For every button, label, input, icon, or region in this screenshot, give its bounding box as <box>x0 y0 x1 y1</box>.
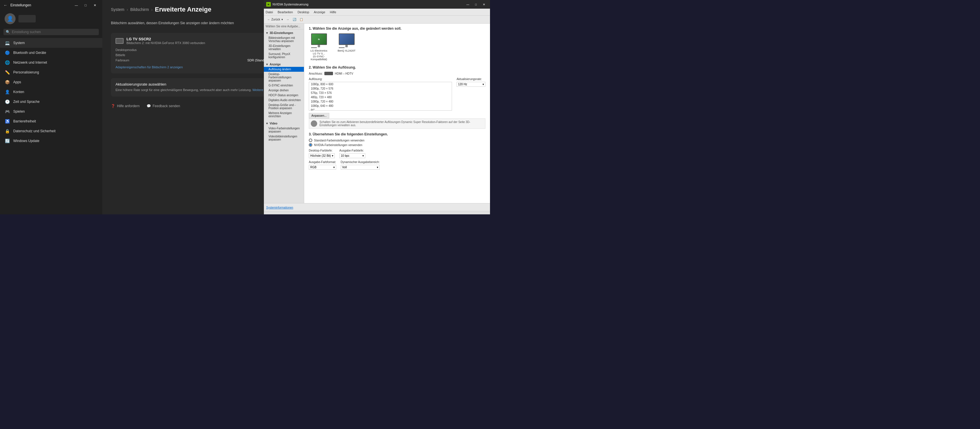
help-icon: ❓ <box>111 104 115 108</box>
res-item[interactable]: 1080p, 720 × 480 <box>309 99 452 104</box>
sidebar-item-privacy[interactable]: 🔒 Datenschutz und Sicherheit <box>0 126 102 136</box>
tree-item-desktop-groesse[interactable]: Desktop-Größe und -Position anpassen <box>264 102 304 111</box>
feedback-label: Feedback senden <box>153 104 180 108</box>
customize-button[interactable]: Anpassen... <box>309 113 329 118</box>
dsr-text: Schalten Sie es zum Aktivieren benutzerd… <box>320 120 484 127</box>
sidebar-item-personalization[interactable]: ✏️ Personalisierung <box>0 67 102 77</box>
nvidia-logo: N <box>266 2 271 6</box>
tree-header-anzeige[interactable]: ▼ Anzeige <box>264 62 304 67</box>
minimize-button[interactable]: — <box>72 2 80 8</box>
nvidia-close-btn[interactable]: ✕ <box>480 2 488 7</box>
sys-info-link[interactable]: Systeminformationen <box>266 206 293 209</box>
monitor-base-1 <box>311 47 317 48</box>
help-link[interactable]: ❓ Hilfe anfordern <box>111 104 140 108</box>
sidebar-item-time[interactable]: 🕐 Zeit und Sprache <box>0 97 102 107</box>
sidebar-item-bluetooth[interactable]: 🔵 Bluetooth und Geräte <box>0 48 102 57</box>
tree-item-video-farbe[interactable]: Video-Farbeinstellungen anpassen <box>264 126 304 134</box>
nav-list: 💻 System 🔵 Bluetooth und Geräte 🌐 Netzwe… <box>0 37 102 214</box>
radio-nvidia[interactable]: NVIDIA-Farbeinstellungen verwenden <box>309 143 485 147</box>
nvidia-body: Wählen Sie eine Aufgabe... ▼ 3D-Einstell… <box>264 24 490 203</box>
menu-hilfe[interactable]: Hilfe <box>330 10 336 14</box>
network-icon: 🌐 <box>5 60 10 65</box>
tree-item-drehen[interactable]: Anzeige drehen <box>264 88 304 93</box>
feedback-link[interactable]: 💬 Feedback senden <box>146 104 180 108</box>
radio-standard[interactable]: Standard-Farbeinstellungen verwenden <box>309 139 485 142</box>
monitor-selection: N LG Electronics LG TV S...(G-SYNC-Kompa… <box>309 33 485 61</box>
output-format-dropdown[interactable]: RGB ▾ <box>309 165 336 170</box>
tree-section-anzeige: ▼ Anzeige Auflösung ändern Desktop-Farbe… <box>264 61 304 120</box>
tree-header-video[interactable]: ▼ Video <box>264 121 304 126</box>
monitor-thumb-1[interactable]: N LG Electronics LG TV S...(G-SYNC-Kompa… <box>309 33 329 61</box>
sidebar-item-label: Datenschutz und Sicherheit <box>13 129 56 133</box>
monitor-img-1: N <box>311 33 327 48</box>
breadcrumb-system[interactable]: System <box>111 7 124 12</box>
maximize-button[interactable]: □ <box>81 2 89 8</box>
search-box[interactable]: 🔍 <box>3 29 99 35</box>
sidebar-item-accessibility[interactable]: ♿ Barrierefreiheit <box>0 116 102 126</box>
format-settings: Ausgabe-Farbformat: RGB ▾ Dynamischer Au… <box>309 161 485 170</box>
desktop-color-dropdown[interactable]: Höchste (32 Bit) ▾ <box>309 153 335 158</box>
breadcrumb-separator2: › <box>151 7 153 12</box>
nvidia-minimize-btn[interactable]: — <box>464 2 472 7</box>
menu-anzeige[interactable]: Anzeige <box>314 10 325 14</box>
tree-item-bildeinstellungen[interactable]: Bildeinstellungen mit Vorschau anpassen <box>264 35 304 43</box>
menu-bearbeiten[interactable]: Bearbeiten <box>278 10 293 14</box>
output-color-dropdown[interactable]: 10 bpc ▾ <box>339 153 365 158</box>
menu-datei[interactable]: Datei <box>266 10 273 14</box>
sidebar-item-gaming[interactable]: 🎮 Spielen <box>0 107 102 116</box>
chevron-down-icon: ▾ <box>333 166 335 169</box>
sidebar-item-accounts[interactable]: 👤 Konten <box>0 87 102 97</box>
step1-title: 1. Wählen Sie die Anzeige aus, die geänd… <box>309 27 485 30</box>
desktop-color-value: Höchste (32 Bit) <box>310 154 331 157</box>
tree-item-3d-verwalten[interactable]: 3D-Einstellungen verwalten <box>264 43 304 51</box>
apps-icon: 📦 <box>5 80 10 85</box>
tree-item-desktop-farbe[interactable]: Desktop-Farbeinstellungen anpassen <box>264 72 304 83</box>
res-item-pc[interactable]: PC <box>309 108 452 111</box>
menu-desktop[interactable]: Desktop <box>298 10 309 14</box>
tree-item-surround[interactable]: Surround, PhysX konfigurieren <box>264 51 304 60</box>
nvidia-maximize-btn[interactable]: □ <box>472 2 480 7</box>
avatar: 👤 <box>5 13 16 24</box>
forward-toolbar-btn[interactable]: → <box>285 17 290 22</box>
refresh-toolbar-btn[interactable]: 🔄 <box>291 17 297 22</box>
adapter-link[interactable]: Adaptereigenschaften für Bildschirm 2 an… <box>116 65 183 69</box>
hdmi-icon <box>325 72 333 75</box>
horizontal-scrollbar[interactable] <box>264 211 490 214</box>
sidebar-item-network[interactable]: 🌐 Netzwerk und Internet <box>0 57 102 67</box>
resolution-list[interactable]: 1080p, 800 × 600 1080p, 720 × 576 576p, … <box>309 82 452 111</box>
radio-standard-label: Standard-Farbeinstellungen verwenden <box>314 139 364 142</box>
tree-item-auflosung[interactable]: Auflösung ändern <box>264 67 304 72</box>
output-color-label: Ausgabe-Farbtiefe: <box>339 149 365 152</box>
tree-header-3d[interactable]: ▼ 3D-Einstellungen <box>264 30 304 35</box>
search-input[interactable] <box>12 30 97 34</box>
sidebar-item-label: Apps <box>13 80 21 84</box>
dynamic-range-dropdown[interactable]: Voll ▾ <box>341 165 380 170</box>
copy-toolbar-btn[interactable]: 📋 <box>298 17 304 22</box>
time-icon: 🕐 <box>5 99 10 104</box>
nvidia-toolbar: ← Zurück ▾ → 🔄 📋 <box>264 16 490 24</box>
breadcrumb-display[interactable]: Bildschirm <box>130 7 149 12</box>
sidebar-item-system[interactable]: 💻 System <box>0 38 102 48</box>
refresh-rate-dropdown[interactable]: 120 Hz ▾ <box>457 82 485 87</box>
monitor-thumb-2[interactable]: BenQ XL2420T <box>337 33 355 61</box>
res-item[interactable]: 1080p, 640 × 480 <box>309 104 452 108</box>
sidebar-item-update[interactable]: 🔄 Windows Update <box>0 136 102 146</box>
output-color-col: Ausgabe-Farbtiefe: 10 bpc ▾ <box>339 149 365 158</box>
res-item[interactable]: 480p, 720 × 480 <box>309 95 452 99</box>
sidebar-item-apps[interactable]: 📦 Apps <box>0 77 102 87</box>
user-section: 👤 <box>0 10 102 27</box>
sidebar-item-label: Bluetooth und Geräte <box>13 51 46 55</box>
close-button[interactable]: ✕ <box>91 2 99 8</box>
accessibility-icon: ♿ <box>5 119 10 124</box>
tree-item-hdcp[interactable]: HDCP-Status anzeigen <box>264 93 304 98</box>
back-toolbar-btn[interactable]: ← Zurück ▾ <box>266 17 284 22</box>
res-item[interactable]: 1080p, 800 × 600 <box>309 82 452 86</box>
tree-item-videobild[interactable]: Videobildeinstellungen anpassen <box>264 134 304 142</box>
tree-item-gsync[interactable]: G-SYNC einrichten <box>264 83 304 88</box>
res-item[interactable]: 1080p, 720 × 576 <box>309 86 452 91</box>
tree-item-audio[interactable]: Digitales Audio einrichten <box>264 98 304 102</box>
res-item[interactable]: 576p, 720 × 576 <box>309 91 452 95</box>
tree-item-mehrere[interactable]: Mehrere Anzeigen einrichten <box>264 111 304 119</box>
back-button[interactable]: ← <box>3 3 8 8</box>
desktop-color-label: Desktop-Farbtiefe: <box>309 149 335 152</box>
